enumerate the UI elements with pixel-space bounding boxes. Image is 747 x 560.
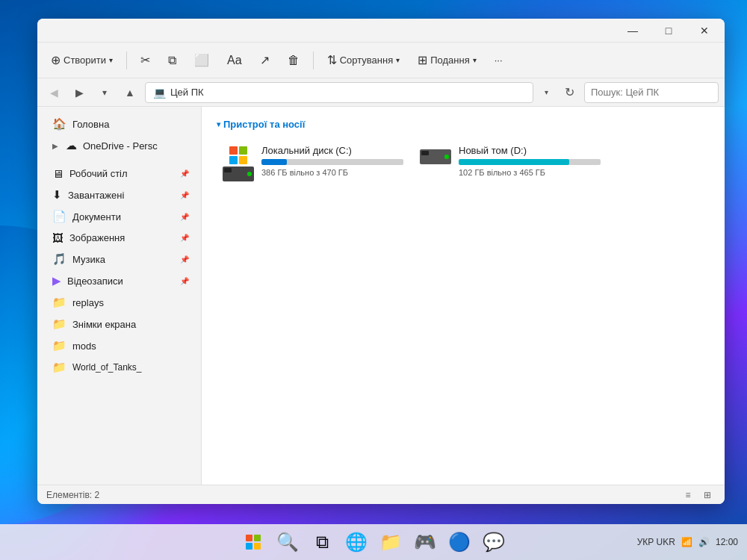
explorer-window: — □ ✕ ⊕ Створити ▾ ✂ ⧉ ⬜ Aa ↗ 🗑 — [37, 19, 725, 504]
rename-button[interactable]: Aa — [220, 49, 249, 72]
view-chevron: ▾ — [473, 56, 477, 64]
up-button[interactable]: ▲ — [120, 82, 140, 103]
taskbar-lang: УКР UKR — [637, 537, 675, 547]
sidebar-item-mods[interactable]: 📁 mods — [40, 335, 198, 356]
taskbar-wifi-icon: 📶 — [681, 537, 692, 547]
sidebar-item-videos[interactable]: ▶ Відеозаписи 📌 — [40, 270, 198, 291]
drive-d-bar-container — [459, 159, 601, 165]
sort-button[interactable]: ⇅ Сортування ▾ — [320, 49, 408, 72]
rename-icon: Aa — [227, 54, 242, 67]
back-button[interactable]: ◀ — [43, 82, 64, 103]
tiles-view-button[interactable]: ⊞ — [699, 487, 716, 503]
sidebar-item-desktop[interactable]: 🖥 Робочий стіл 📌 — [40, 164, 198, 184]
taskbar-chrome-button[interactable]: 🔵 — [443, 526, 476, 559]
sidebar-item-documents[interactable]: 📄 Документи 📌 — [40, 206, 198, 227]
drive-c-bar-container — [261, 159, 403, 165]
taskbar-discord-button[interactable]: 💬 — [477, 526, 510, 559]
drive-c-name: Локальний диск (C:) — [261, 145, 403, 156]
address-path: Цей ПК — [170, 87, 204, 98]
taskbar-volume-icon: 🔊 — [698, 537, 710, 547]
maximize-button[interactable]: □ — [651, 19, 686, 43]
desktop-label: Робочий стіл — [69, 168, 128, 179]
sort-label: Сортування — [340, 55, 394, 66]
create-button[interactable]: ⊕ Створити ▾ — [43, 49, 120, 72]
sort-icon: ⇅ — [327, 53, 337, 67]
recent-button[interactable]: ▾ — [94, 82, 115, 103]
create-label: Створити — [63, 55, 106, 66]
close-button[interactable]: ✕ — [687, 19, 722, 43]
title-bar-controls: — □ ✕ — [616, 19, 722, 43]
view-label: Подання — [430, 55, 470, 66]
drive-d-info: Новый том (D:) 102 ГБ вільно з 465 ГБ — [459, 145, 601, 177]
status-bar: Елементів: 2 ≡ ⊞ — [37, 485, 725, 504]
paste-button[interactable]: ⬜ — [187, 49, 217, 72]
details-view-button[interactable]: ≡ — [680, 487, 696, 503]
win-q1 — [229, 146, 238, 155]
content-panel: ▾ Пристрої та носії — [202, 107, 725, 485]
cut-icon: ✂ — [140, 53, 150, 67]
taskbar-time: 12:00 — [716, 537, 738, 547]
drive-c-free: 386 ГБ вільно з 470 ГБ — [261, 168, 403, 177]
taskbar-search-button[interactable]: 🔍 — [271, 526, 304, 559]
main-area: 🏠 Головна ▶ ☁ OneDrive - Persc 🖥 Робочий… — [37, 107, 725, 485]
drive-c-body — [223, 167, 254, 181]
taskbar-explorer-button[interactable]: 📁 — [374, 526, 407, 559]
desktop-icon: 🖥 — [52, 167, 63, 180]
pictures-label: Зображення — [69, 232, 125, 243]
separator-1 — [126, 52, 127, 69]
pictures-icon: 🖼 — [52, 231, 63, 244]
drive-c-item[interactable]: Локальний диск (C:) 386 ГБ вільно з 470 … — [217, 139, 396, 187]
search-input[interactable] — [584, 82, 719, 103]
taskbar-steam-button[interactable]: 🎮 — [409, 526, 441, 559]
toolbar: ⊕ Створити ▾ ✂ ⧉ ⬜ Aa ↗ 🗑 ⇅ Сортування ▾ — [37, 43, 725, 78]
create-icon: ⊕ — [51, 53, 61, 67]
cut-button[interactable]: ✂ — [133, 49, 158, 72]
copy-button[interactable]: ⧉ — [161, 49, 184, 72]
drive-c-info: Локальний диск (C:) 386 ГБ вільно з 470 … — [261, 145, 403, 177]
drive-d-name: Новый том (D:) — [459, 145, 601, 156]
sidebar-item-wot[interactable]: 📁 World_of_Tanks_ — [40, 357, 198, 378]
drives-grid: Локальний диск (C:) 386 ГБ вільно з 470 … — [217, 139, 710, 187]
copy-icon: ⧉ — [168, 54, 176, 67]
drive-d-free: 102 ГБ вільно з 465 ГБ — [459, 168, 601, 177]
refresh-button[interactable]: ↻ — [559, 82, 580, 103]
taskbar-taskview-button[interactable]: ⧉ — [306, 526, 338, 559]
sidebar-item-home[interactable]: 🏠 Головна — [40, 113, 198, 134]
sidebar-item-replays[interactable]: 📁 replays — [40, 292, 198, 313]
drive-d-bar-fill — [459, 159, 569, 165]
sidebar-item-screenshots[interactable]: 📁 Знімки екрана — [40, 314, 198, 335]
pin-icon-dl: 📌 — [180, 191, 189, 199]
documents-icon: 📄 — [52, 210, 66, 223]
address-bar[interactable]: 💻 Цей ПК — [145, 82, 533, 103]
address-dropdown-button[interactable]: ▾ — [538, 82, 554, 103]
title-bar: — □ ✕ — [37, 19, 725, 43]
taskbar-start-button[interactable] — [237, 526, 270, 559]
mods-label: mods — [72, 340, 96, 352]
sidebar-item-downloads[interactable]: ⬇ Завантажені 📌 — [40, 184, 198, 205]
more-button[interactable]: ··· — [487, 50, 510, 70]
delete-button[interactable]: 🗑 — [280, 49, 307, 72]
wot-label: World_of_Tanks_ — [72, 362, 142, 373]
windows-icon — [229, 146, 247, 164]
home-label: Головна — [72, 119, 109, 130]
home-icon: 🏠 — [52, 117, 66, 131]
delete-icon: 🗑 — [288, 54, 300, 67]
status-view-icons: ≡ ⊞ — [680, 487, 716, 503]
music-label: Музика — [72, 254, 105, 265]
pc-icon: 💻 — [153, 87, 166, 99]
forward-button[interactable]: ▶ — [69, 82, 90, 103]
drive-d-item[interactable]: Новый том (D:) 102 ГБ вільно з 465 ГБ — [414, 139, 593, 187]
share-button[interactable]: ↗ — [252, 49, 277, 72]
downloads-icon: ⬇ — [52, 188, 62, 202]
taskbar-edge-button[interactable]: 🌐 — [340, 526, 373, 559]
view-button[interactable]: ⊞ Подання ▾ — [410, 49, 484, 72]
paste-icon: ⬜ — [194, 53, 209, 67]
sidebar-item-onedrive[interactable]: ▶ ☁ OneDrive - Persc — [40, 135, 198, 156]
sidebar-item-pictures[interactable]: 🖼 Зображення 📌 — [40, 228, 198, 248]
onedrive-icon: ☁ — [66, 139, 77, 152]
sort-chevron: ▾ — [396, 56, 400, 64]
minimize-button[interactable]: — — [616, 19, 650, 43]
downloads-label: Завантажені — [68, 190, 124, 201]
separator-2 — [313, 52, 314, 69]
sidebar-item-music[interactable]: 🎵 Музика 📌 — [40, 249, 198, 270]
